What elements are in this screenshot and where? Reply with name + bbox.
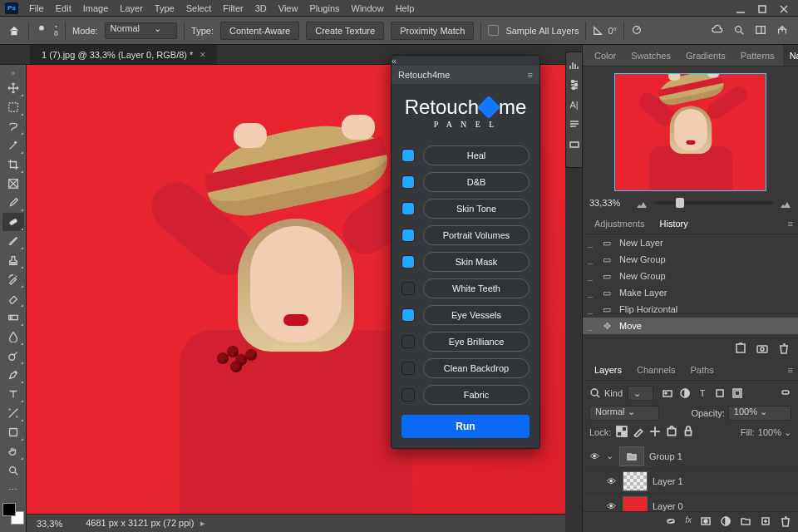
navigator-zoom[interactable]: 33,33% [589, 198, 629, 208]
filter-shape-icon[interactable] [714, 387, 726, 399]
option-button[interactable]: Clean Backdrop [423, 358, 530, 378]
menu-window[interactable]: Window [346, 3, 390, 13]
content-aware-button[interactable]: Content-Aware [220, 22, 299, 40]
maximize-icon[interactable] [756, 3, 766, 13]
visibility-icon[interactable]: 👁 [604, 501, 618, 511]
dodge-tool[interactable] [2, 347, 24, 365]
layer-row[interactable]: 👁Layer 0 [583, 494, 798, 511]
option-checkbox[interactable] [401, 335, 415, 348]
option-button[interactable]: D&B [423, 172, 530, 192]
stamp-tool[interactable] [2, 251, 24, 269]
sample-all-checkbox[interactable] [488, 25, 499, 36]
frame-tool[interactable] [2, 175, 24, 193]
type-tool[interactable] [2, 385, 24, 403]
blur-tool[interactable] [2, 328, 24, 346]
tab-channels[interactable]: Channels [630, 359, 682, 380]
zoom-in-icon[interactable] [780, 199, 791, 207]
adjustment-icon[interactable] [720, 515, 732, 529]
menu-plugins[interactable]: Plugins [303, 3, 345, 13]
filter-toggle[interactable] [780, 387, 791, 400]
document-tab[interactable]: 1 (7).jpg @ 33,3% (Layer 0, RGB/8) * × [30, 45, 217, 64]
zoom-tool[interactable] [2, 461, 24, 480]
tab-layers[interactable]: Layers [588, 359, 628, 380]
option-checkbox[interactable] [401, 362, 415, 375]
menu-type[interactable]: Type [149, 3, 180, 13]
blend-mode-dropdown[interactable]: Normal ⌄ [589, 406, 659, 421]
tab-color[interactable]: Color [588, 45, 623, 66]
option-checkbox[interactable] [401, 175, 415, 189]
lock-pos-icon[interactable] [649, 426, 661, 439]
minimize-icon[interactable] [735, 3, 745, 13]
option-button[interactable]: White Teeth [423, 278, 530, 298]
option-checkbox[interactable] [401, 202, 415, 215]
search-icon[interactable] [733, 24, 745, 37]
menu-view[interactable]: View [273, 3, 304, 13]
crop-tool[interactable] [2, 155, 24, 174]
history-item[interactable]: ⎯✥Move [583, 318, 798, 334]
run-button[interactable]: Run [401, 415, 530, 438]
kind-dropdown[interactable]: ⌄ [628, 386, 653, 401]
option-button[interactable]: Eye Brilliance [423, 332, 530, 352]
option-button[interactable]: Portrait Volumes [423, 225, 530, 245]
group-icon[interactable] [740, 515, 751, 529]
character-icon[interactable]: A| [569, 99, 580, 111]
zoom-out-icon[interactable] [636, 199, 648, 207]
brush-panel-icon[interactable] [569, 139, 580, 150]
close-tab-icon[interactable]: × [200, 49, 205, 61]
cloud-icon[interactable] [712, 24, 723, 37]
history-item[interactable]: ⎯▭Make Layer [583, 284, 798, 301]
brush-tool[interactable] [2, 232, 24, 250]
edit-toolbar[interactable]: ⋯ [2, 480, 24, 499]
tab-history[interactable]: History [653, 213, 695, 234]
panel-collapse-icon[interactable]: « [392, 56, 539, 66]
filter-pixel-icon[interactable] [662, 387, 673, 399]
tab-adjustments[interactable]: Adjustments [588, 213, 652, 234]
menu-filter[interactable]: Filter [217, 3, 249, 13]
option-button[interactable]: Skin Mask [423, 252, 530, 272]
filter-smart-icon[interactable] [732, 387, 743, 399]
trash-icon[interactable] [778, 342, 790, 356]
menu-layer[interactable]: Layer [114, 3, 149, 13]
option-checkbox[interactable] [401, 388, 415, 401]
filter-type-icon[interactable]: T [697, 387, 708, 399]
lock-trans-icon[interactable] [616, 426, 628, 439]
navigator-thumbnail[interactable] [614, 73, 766, 191]
color-swatches[interactable] [2, 503, 24, 525]
option-checkbox[interactable] [401, 282, 415, 295]
fill-input[interactable]: 100% ⌄ [758, 427, 791, 438]
tab-swatches[interactable]: Swatches [624, 45, 677, 66]
history-item[interactable]: ⎯▭Flip Horizontal [583, 301, 798, 318]
eyedropper-tool[interactable] [2, 194, 24, 212]
move-tool[interactable] [2, 79, 24, 97]
new-layer-icon[interactable] [760, 515, 771, 529]
panel-menu-icon[interactable]: ≡ [783, 365, 798, 375]
lock-all-icon[interactable] [682, 426, 694, 439]
option-checkbox[interactable] [401, 229, 415, 242]
visibility-icon[interactable]: 👁 [588, 451, 601, 461]
mode-dropdown[interactable]: Normal ⌄ [105, 22, 178, 39]
close-icon[interactable] [778, 3, 788, 13]
histogram-icon[interactable] [569, 59, 580, 71]
layer-row[interactable]: 👁⌄Group 1 [583, 444, 798, 469]
zoom-level[interactable]: 33,3% [37, 519, 62, 529]
paragraph-icon[interactable] [569, 119, 580, 131]
proximity-match-button[interactable]: Proximity Match [391, 22, 474, 40]
healing-tool[interactable] [2, 213, 24, 231]
option-button[interactable]: Fabric [423, 385, 530, 405]
brush-preview-icon[interactable] [36, 24, 47, 37]
option-checkbox[interactable] [401, 308, 415, 322]
tab-patterns[interactable]: Patterns [734, 45, 781, 66]
home-icon[interactable] [7, 23, 22, 38]
hand-tool[interactable] [2, 442, 24, 461]
menu-help[interactable]: Help [390, 3, 421, 13]
option-checkbox[interactable] [401, 149, 415, 162]
history-brush-tool[interactable] [2, 270, 24, 288]
brush-size[interactable]: 8 [54, 29, 58, 37]
option-checkbox[interactable] [401, 255, 415, 268]
pressure-icon[interactable] [631, 24, 643, 37]
adjust-icon[interactable] [569, 79, 580, 91]
share-icon[interactable] [776, 24, 788, 37]
pen-tool[interactable] [2, 366, 24, 384]
path-tool[interactable] [2, 404, 24, 422]
tab-navigator[interactable]: Navigator [783, 45, 798, 66]
